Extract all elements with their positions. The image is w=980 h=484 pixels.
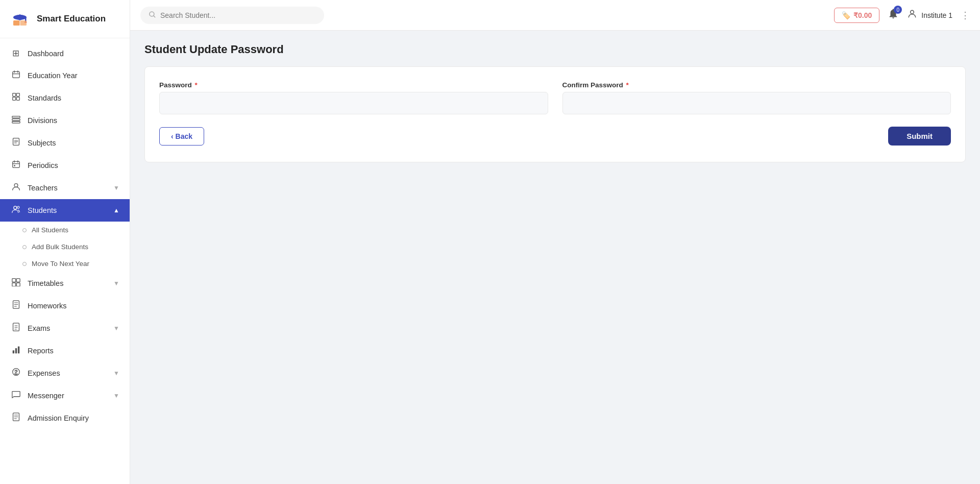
sub-bullet-icon <box>22 262 27 266</box>
confirm-password-group: Confirm Password * <box>562 81 951 114</box>
svg-point-20 <box>13 206 16 209</box>
wallet-button[interactable]: 🏷️ ₹0.00 <box>834 8 879 23</box>
sub-bullet-icon <box>22 245 27 249</box>
user-name: Institute 1 <box>921 11 952 19</box>
sidebar-item-admission-enquiry[interactable]: Admission Enquiry <box>0 407 130 429</box>
students-sub-nav: All Students Add Bulk Students Move To N… <box>0 222 130 272</box>
search-icon <box>149 11 156 20</box>
password-input[interactable] <box>159 92 548 114</box>
sidebar-item-label: Messenger <box>28 392 64 400</box>
sidebar-item-all-students[interactable]: All Students <box>0 222 130 238</box>
sidebar-item-label: Divisions <box>28 116 57 125</box>
periodics-icon <box>10 160 21 171</box>
topbar-right: 🏷️ ₹0.00 0 Institute 1 ⋮ <box>834 8 970 23</box>
submit-button[interactable]: Submit <box>888 127 951 146</box>
sidebar-item-label: Standards <box>28 94 61 102</box>
svg-rect-23 <box>16 279 20 282</box>
confirm-password-required-marker: * <box>624 81 629 89</box>
sidebar-item-label: Timetables <box>28 279 63 287</box>
svg-rect-10 <box>16 93 19 96</box>
update-password-card: Password * Confirm Password * ‹ Back Sub… <box>144 66 966 162</box>
user-info[interactable]: Institute 1 <box>907 9 952 21</box>
sidebar-item-subjects[interactable]: Subjects <box>0 132 130 154</box>
education-year-icon <box>10 70 21 81</box>
user-avatar-icon <box>907 9 917 21</box>
sidebar-item-label: Subjects <box>28 139 56 147</box>
password-label: Password * <box>159 81 548 89</box>
page-body: Student Update Password Password * Confi… <box>130 31 980 484</box>
sidebar: Smart Education ⊞ Dashboard Education Ye… <box>0 0 130 484</box>
search-input[interactable] <box>160 11 316 19</box>
back-button[interactable]: ‹ Back <box>159 127 204 146</box>
dashboard-icon: ⊞ <box>10 48 21 59</box>
sidebar-item-label: Teachers <box>28 184 58 192</box>
svg-rect-30 <box>17 347 19 354</box>
sidebar-item-messenger[interactable]: Messenger ▼ <box>0 384 130 407</box>
sidebar-item-label: Expenses <box>28 369 60 377</box>
wallet-icon: 🏷️ <box>842 11 850 19</box>
sidebar-item-label: Education Year <box>28 71 78 80</box>
expenses-icon <box>10 368 21 379</box>
sidebar-item-standards[interactable]: Standards <box>0 87 130 109</box>
app-name: Smart Education <box>37 14 106 24</box>
svg-point-34 <box>911 10 914 14</box>
reports-icon <box>10 345 21 356</box>
timetables-icon <box>10 278 21 289</box>
sidebar-item-label: Homeworks <box>28 302 67 310</box>
sidebar-item-timetables[interactable]: Timetables ▼ <box>0 272 130 295</box>
password-required-marker: * <box>193 81 198 89</box>
admission-icon <box>10 413 21 424</box>
more-options-icon[interactable]: ⋮ <box>961 10 970 21</box>
sidebar-item-divisions[interactable]: Divisions <box>0 109 130 132</box>
svg-rect-8 <box>12 71 19 78</box>
sidebar-item-teachers[interactable]: Teachers ▼ <box>0 177 130 199</box>
svg-rect-22 <box>12 279 15 282</box>
notification-button[interactable]: 0 <box>888 8 899 22</box>
sidebar-item-homeworks[interactable]: Homeworks <box>0 295 130 317</box>
students-icon <box>10 205 21 216</box>
svg-rect-17 <box>12 161 19 167</box>
subjects-icon <box>10 137 21 149</box>
svg-rect-15 <box>12 122 19 123</box>
svg-rect-12 <box>16 97 19 100</box>
sidebar-item-education-year[interactable]: Education Year <box>0 64 130 87</box>
main-content: 🏷️ ₹0.00 0 Institute 1 ⋮ Student Update … <box>130 0 980 484</box>
sidebar-item-add-bulk-students[interactable]: Add Bulk Students <box>0 238 130 255</box>
sidebar-item-dashboard[interactable]: ⊞ Dashboard <box>0 42 130 64</box>
confirm-password-input[interactable] <box>562 92 951 114</box>
sidebar-item-label: Admission Enquiry <box>28 414 89 422</box>
sidebar-nav: ⊞ Dashboard Education Year Standards Div… <box>0 38 130 484</box>
expenses-chevron: ▼ <box>113 370 119 377</box>
sidebar-item-label: Reports <box>28 347 54 355</box>
svg-rect-5 <box>13 20 20 26</box>
sidebar-item-move-to-next-year[interactable]: Move To Next Year <box>0 255 130 272</box>
sub-item-label: Move To Next Year <box>32 260 89 268</box>
sub-item-label: Add Bulk Students <box>32 243 88 251</box>
app-logo[interactable]: Smart Education <box>0 0 130 38</box>
sub-item-label: All Students <box>32 226 68 234</box>
divisions-icon <box>10 115 21 126</box>
sidebar-item-expenses[interactable]: Expenses ▼ <box>0 362 130 384</box>
svg-rect-13 <box>12 116 19 118</box>
teachers-chevron: ▼ <box>113 184 119 191</box>
sidebar-item-label: Exams <box>28 324 50 332</box>
svg-rect-27 <box>13 323 19 331</box>
exams-icon <box>10 323 21 334</box>
form-row-passwords: Password * Confirm Password * <box>159 81 951 114</box>
sidebar-item-students[interactable]: Students ▲ <box>0 199 130 222</box>
form-actions: ‹ Back Submit <box>159 127 951 146</box>
sidebar-item-label: Students <box>28 206 57 214</box>
sub-bullet-icon <box>22 228 27 232</box>
page-title: Student Update Password <box>144 43 966 56</box>
svg-rect-14 <box>12 119 19 120</box>
password-group: Password * <box>159 81 548 114</box>
sidebar-item-reports[interactable]: Reports <box>0 340 130 362</box>
sidebar-item-label: Periodics <box>28 161 58 170</box>
sidebar-item-exams[interactable]: Exams ▼ <box>0 317 130 340</box>
sidebar-item-periodics[interactable]: Periodics <box>0 154 130 177</box>
students-chevron: ▲ <box>113 207 119 214</box>
exams-chevron: ▼ <box>113 325 119 332</box>
svg-point-19 <box>14 184 18 187</box>
wallet-amount: ₹0.00 <box>853 11 872 19</box>
search-box[interactable] <box>140 7 324 24</box>
